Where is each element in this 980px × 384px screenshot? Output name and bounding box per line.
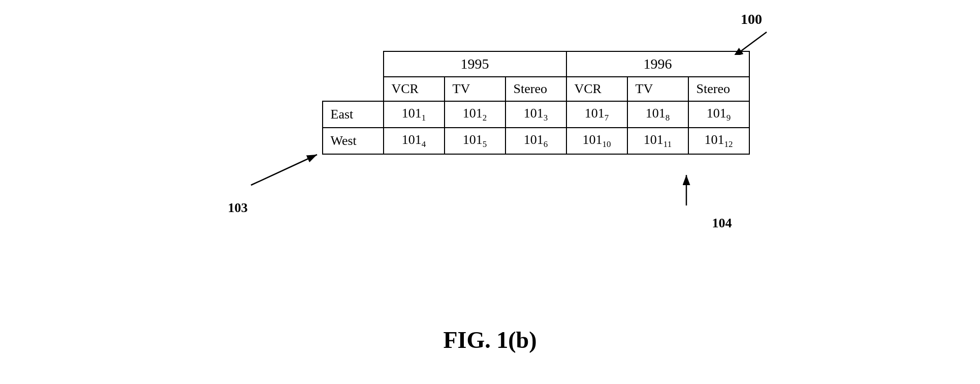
year-1996: 1996 bbox=[566, 51, 749, 77]
cell-west-stereo-1995: 1016 bbox=[505, 128, 566, 154]
ref-103-label: 103 bbox=[228, 200, 248, 216]
cell-east-vcr-1995: 1011 bbox=[384, 101, 445, 128]
ref-100-label: 100 bbox=[741, 11, 762, 27]
table-row: West 1014 1015 1016 10110 10111 10112 bbox=[323, 128, 749, 154]
col-vcr-1996: VCR bbox=[566, 77, 627, 101]
svg-line-1 bbox=[741, 32, 767, 51]
col-stereo-1996: Stereo bbox=[688, 77, 749, 101]
cell-west-stereo-1996: 10112 bbox=[688, 128, 749, 154]
col-stereo-1995: Stereo bbox=[505, 77, 566, 101]
cell-west-tv-1996: 10111 bbox=[627, 128, 688, 154]
col-tv-1996: TV bbox=[627, 77, 688, 101]
arrow-103-icon bbox=[220, 139, 363, 200]
figure-caption: FIG. 1(b) bbox=[444, 327, 537, 353]
col-tv-1995: TV bbox=[445, 77, 505, 101]
table-row: East 1011 1012 1013 1017 1018 1019 bbox=[323, 101, 749, 128]
cell-east-tv-1995: 1012 bbox=[445, 101, 505, 128]
arrow-104-icon bbox=[658, 165, 719, 216]
cell-west-vcr-1996: 10110 bbox=[566, 128, 627, 154]
cell-east-stereo-1995: 1013 bbox=[505, 101, 566, 128]
svg-line-3 bbox=[251, 155, 317, 185]
cell-east-vcr-1996: 1017 bbox=[566, 101, 627, 128]
ref-104-label: 104 bbox=[712, 216, 732, 231]
row-label-east: East bbox=[323, 101, 384, 128]
year-1995: 1995 bbox=[384, 51, 566, 77]
cell-west-vcr-1995: 1014 bbox=[384, 128, 445, 154]
cell-east-stereo-1996: 1019 bbox=[688, 101, 749, 128]
cell-east-tv-1996: 1018 bbox=[627, 101, 688, 128]
pivot-table-wrapper: 1995 1996 VCR TV Stereo VCR TV Stereo Ea… bbox=[322, 51, 750, 155]
page-container: 100 1995 1996 VCR bbox=[0, 0, 980, 384]
col-vcr-1995: VCR bbox=[384, 77, 445, 101]
pivot-table: 1995 1996 VCR TV Stereo VCR TV Stereo Ea… bbox=[322, 51, 750, 155]
cell-west-tv-1995: 1015 bbox=[445, 128, 505, 154]
